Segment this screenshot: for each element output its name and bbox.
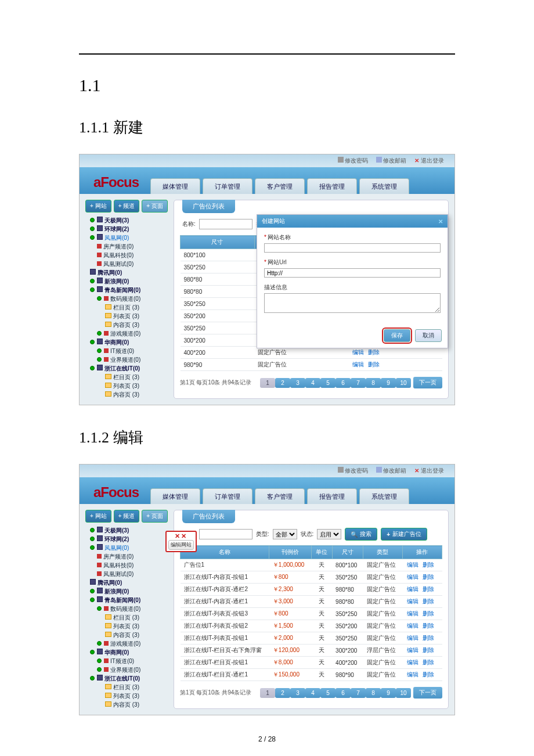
tree-node[interactable]: 数码频道(0) (85, 294, 168, 303)
delete-link[interactable]: 删除 (423, 574, 434, 580)
change-password-link[interactable]: 修改密码 (338, 157, 368, 165)
tree-node[interactable]: 栏目页 (3) (85, 373, 168, 381)
tree-node[interactable]: 内容页 (3) (85, 390, 168, 399)
tree-node[interactable]: 天极网(3) (85, 526, 168, 535)
pager-page[interactable]: 5 (320, 378, 335, 388)
tree-node[interactable]: 内容页 (3) (85, 700, 168, 709)
pager-page[interactable]: 3 (290, 688, 305, 698)
tree-node[interactable]: 凤凰科技(0) (85, 251, 168, 260)
tree-node[interactable]: 列表页 (3) (85, 622, 168, 631)
tree-node[interactable]: 栏目页 (3) (85, 613, 168, 622)
dialog-cancel-button[interactable]: 取消 (415, 329, 442, 342)
tab-media[interactable]: 媒体管理 (150, 178, 200, 194)
tree-node[interactable]: 栏目页 (3) (85, 683, 168, 692)
tree-node[interactable]: 内容页 (3) (85, 631, 168, 639)
site-name-input[interactable] (264, 243, 441, 253)
tree-node[interactable]: 游戏频道(0) (85, 329, 168, 338)
delete-link[interactable]: 删除 (423, 647, 434, 653)
edit-link[interactable]: 编辑 (407, 635, 418, 641)
edit-link[interactable]: 编辑 (352, 349, 364, 355)
pager-page[interactable]: 8 (366, 378, 381, 388)
search-button[interactable]: 🔍搜索 (345, 528, 377, 541)
tab-reports[interactable]: 报告管理 (307, 488, 357, 504)
pager-page[interactable]: 4 (305, 688, 320, 698)
delete-link[interactable]: 删除 (368, 361, 380, 368)
tree-node[interactable]: 数码频道(0) (85, 604, 168, 613)
site-tree[interactable]: 天极网(3)环球网(2)凤凰网(0)房产频道(0)凤凰科技(0)凤凰测试(0)腾… (85, 216, 168, 399)
delete-link[interactable]: 删除 (368, 349, 380, 355)
tree-node[interactable]: 青岛新闻网(0) (85, 596, 168, 604)
site-url-input[interactable] (264, 268, 441, 278)
edit-link[interactable]: 编辑 (407, 647, 418, 653)
tab-orders[interactable]: 订单管理 (203, 178, 252, 194)
tree-node[interactable]: 青岛新闻网(0) (85, 286, 168, 294)
pager-page[interactable]: 1 (260, 688, 275, 698)
tree-node[interactable]: 内容页 (3) (85, 321, 168, 329)
site-tree[interactable]: 天极网(3)环球网(2)凤凰网(0)房产频道(0)凤凰科技(0)凤凰测试(0)腾… (85, 526, 168, 709)
pager-page[interactable]: 10 (396, 378, 411, 388)
tab-orders[interactable]: 订单管理 (203, 488, 252, 504)
tree-node[interactable]: IT频道(0) (85, 657, 168, 665)
tree-node[interactable]: 华商网(0) (85, 338, 168, 347)
logout-link[interactable]: ✕ 退出登录 (414, 467, 444, 475)
add-channel-button[interactable]: + 频道 (114, 200, 140, 213)
edit-link[interactable]: 编辑 (407, 622, 418, 629)
pager-next[interactable]: 下一页 (413, 687, 442, 699)
tree-node[interactable]: 腾讯网(0) (85, 268, 168, 277)
edit-link[interactable]: 编辑 (407, 586, 418, 592)
pager-page[interactable]: 8 (366, 688, 381, 698)
pager-page[interactable]: 7 (351, 378, 366, 388)
edit-link[interactable]: 编辑 (407, 598, 418, 604)
tab-reports[interactable]: 报告管理 (307, 178, 357, 194)
tree-node[interactable]: 房产频道(0) (85, 242, 168, 251)
tab-clients[interactable]: 客户管理 (255, 178, 305, 194)
tree-node[interactable]: 凤凰网(0) (85, 543, 168, 552)
pager-page[interactable]: 2 (275, 688, 290, 698)
site-desc-textarea[interactable] (264, 293, 441, 313)
edit-link[interactable]: 编辑 (407, 671, 418, 678)
tree-node[interactable]: 凤凰网(0) (85, 233, 168, 242)
tree-node[interactable]: 列表页 (3) (85, 312, 168, 321)
pager-page[interactable]: 6 (335, 378, 351, 388)
edit-site-button[interactable]: 编辑网站 (168, 540, 194, 550)
state-select[interactable]: 启用 (317, 529, 341, 539)
change-mail-link[interactable]: 修改邮箱 (376, 157, 406, 165)
pager-page[interactable]: 4 (305, 378, 320, 388)
popover-close-icon[interactable]: ✕✕ (168, 533, 194, 539)
tree-node[interactable]: 栏目页 (3) (85, 303, 168, 312)
delete-link[interactable]: 删除 (423, 622, 434, 629)
tree-node[interactable]: IT频道(0) (85, 347, 168, 355)
name-input[interactable] (199, 529, 252, 539)
tree-node[interactable]: 新浪网(0) (85, 587, 168, 596)
add-page-button[interactable]: + 页面 (142, 510, 168, 523)
pager-page[interactable]: 10 (396, 688, 411, 698)
dialog-close-icon[interactable]: ✕ (438, 218, 443, 225)
pager-page[interactable]: 9 (381, 378, 396, 388)
edit-link[interactable]: 编辑 (352, 361, 364, 368)
dialog-save-button[interactable]: 保存 (384, 329, 410, 342)
pager-next[interactable]: 下一页 (413, 377, 442, 388)
change-password-link[interactable]: 修改密码 (338, 467, 368, 475)
delete-link[interactable]: 删除 (423, 671, 434, 678)
tree-node[interactable]: 华商网(0) (85, 648, 168, 657)
tab-clients[interactable]: 客户管理 (255, 488, 305, 504)
pager-page[interactable]: 5 (320, 688, 335, 698)
pager-page[interactable]: 9 (381, 688, 396, 698)
edit-link[interactable]: 编辑 (407, 574, 418, 580)
name-input[interactable] (199, 219, 252, 229)
pager-page[interactable]: 2 (275, 378, 290, 388)
tab-system[interactable]: 系统管理 (359, 488, 409, 504)
delete-link[interactable]: 删除 (423, 659, 434, 665)
delete-link[interactable]: 删除 (423, 598, 434, 604)
tree-node[interactable]: 环球网(2) (85, 535, 168, 543)
tree-node[interactable]: 环球网(2) (85, 225, 168, 233)
pager-page[interactable]: 3 (290, 378, 305, 388)
tree-node[interactable]: 浙江在线IT(0) (85, 674, 168, 683)
tree-node[interactable]: 凤凰科技(0) (85, 561, 168, 570)
tab-system[interactable]: 系统管理 (359, 178, 409, 194)
pager-page[interactable]: 7 (351, 688, 366, 698)
logout-link[interactable]: ✕ 退出登录 (414, 157, 444, 165)
pager-page[interactable]: 6 (335, 688, 351, 698)
tree-node[interactable]: 凤凰测试(0) (85, 570, 168, 578)
tree-node[interactable]: 新浪网(0) (85, 277, 168, 286)
